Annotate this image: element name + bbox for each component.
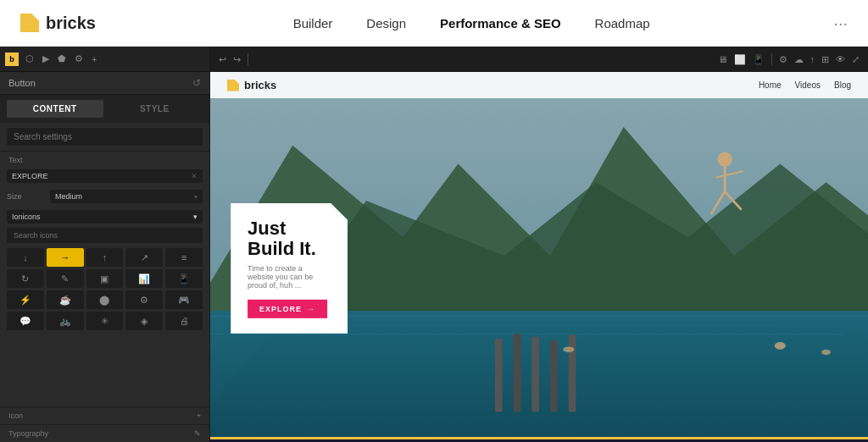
preview-upload-icon[interactable]: ↑ [810,54,815,64]
panel-title: Button [8,78,36,88]
site-logo-icon [227,80,239,91]
tab-style[interactable]: STYLE [107,100,203,118]
icon-cell-arrow-down[interactable]: ↓ [7,248,44,267]
hero-btn-arrow-icon: → [307,305,315,313]
icon-section: Ionicons ▾ ↓ → ↑ ↗ ≡ ↻ ✎ ▣ 📊 📱 ⚡ ☕ ⬤ ⚙ [0,207,209,334]
tab-content[interactable]: CONTENT [7,100,103,118]
editor-toolbar: b ⬡ ▶ ⬟ ⚙ + [0,47,209,72]
preview-desktop-icon[interactable]: 🖥 [718,54,727,64]
icon-cell-phone[interactable]: 📱 [165,269,203,288]
icon-lib-row: Ionicons ▾ [7,210,203,224]
editor-panel: b ⬡ ▶ ⬟ ⚙ + Button ↺ CONTENT STYLE Text [0,47,210,442]
nav-roadmap[interactable]: Roadmap [595,16,650,30]
preview-content: bricks Home Videos Blog Just Build It. T… [210,72,868,439]
icon-cell-cup[interactable]: ☕ [47,290,84,309]
toolbar-settings-icon[interactable]: ⚙ [73,52,85,66]
size-select[interactable]: Medium ▾ [50,190,203,203]
icon-cell-arrow-ne[interactable]: ↗ [125,248,163,267]
logo-icon [20,14,39,32]
site-nav-blog[interactable]: Blog [834,80,851,90]
text-section: Text EXPLORE ✕ Size Medium ▾ [0,151,209,207]
nav-design[interactable]: Design [366,16,406,30]
site-navigation: bricks Home Videos Blog [210,72,868,98]
nav-links: Builder Design Performance & SEO Roadmap [143,16,799,30]
preview-grid-icon[interactable]: ⊞ [821,54,829,65]
bottom-labels: Icon + Typography ✎ [0,406,209,442]
icon-cell-arrow-up[interactable]: ↑ [86,248,124,267]
icon-cell-edit[interactable]: ✎ [47,269,84,288]
preview-undo-icon[interactable]: ↩ [219,54,226,65]
main-area: b ⬡ ▶ ⬟ ⚙ + Button ↺ CONTENT STYLE Text [0,47,868,442]
icon-cell-gamepad[interactable]: 🎮 [165,290,203,309]
icon-cell-chat[interactable]: 💬 [7,312,44,330]
icon-cell-bike[interactable]: 🚲 [47,312,84,330]
site-nav-videos[interactable]: Videos [795,80,821,90]
preview-redo-icon[interactable]: ↪ [233,54,241,65]
preview-separator-2 [771,53,772,65]
size-label: Size [7,192,45,201]
hero-btn-label: EXPLORE [259,305,302,313]
toolbar-add-icon[interactable]: + [90,52,98,66]
hero-subtitle: Time to create a website you can be prou… [248,264,327,290]
toolbar-play-icon[interactable]: ▶ [41,52,51,66]
lib-arrow-icon: ▾ [193,213,198,221]
site-nav-links: Home Videos Blog [759,80,851,90]
icon-search[interactable] [7,228,203,243]
icon-cell-printer[interactable]: 🖨 [165,312,203,330]
toolbar-navigator-icon[interactable]: ⬡ [24,52,36,66]
typography-section-label: Typography [8,429,48,438]
site-logo-text: bricks [244,79,276,91]
hero-wrapper: Just Build It. Time to create a website … [210,97,868,439]
settings-search[interactable] [7,128,203,146]
icon-cell-chart[interactable]: 📊 [125,269,163,288]
icon-cell-menu[interactable]: ≡ [165,248,203,267]
site-logo: bricks [227,79,276,91]
icon-cell-game[interactable]: ◈ [125,312,163,330]
icon-add-icon[interactable]: + [197,412,201,420]
nav-builder[interactable]: Builder [293,16,333,30]
preview-toolbar: ↩ ↪ 🖥 ⬜ 📱 ⚙ ☁ ↑ ⊞ 👁 ⤢ [210,47,868,72]
hero-explore-button[interactable]: EXPLORE → [248,300,327,318]
preview-settings-icon[interactable]: ⚙ [779,54,787,65]
icon-cell-bolt[interactable]: ⚡ [7,290,44,309]
site-nav-home[interactable]: Home [759,80,782,90]
text-input[interactable]: EXPLORE ✕ [7,169,203,183]
preview-fullscreen-icon[interactable]: ⤢ [852,54,860,65]
text-clear-icon[interactable]: ✕ [191,172,198,180]
icon-cell-film[interactable]: ▣ [86,269,124,288]
text-value: EXPLORE [12,172,48,180]
icon-lib-select[interactable]: Ionicons ▾ [7,210,203,224]
icon-cell-gear[interactable]: ⚙ [125,290,163,309]
logo-text: bricks [46,14,96,33]
nav-performance-seo[interactable]: Performance & SEO [440,16,561,30]
icon-cell-bluetooth[interactable]: ✳ [86,312,124,330]
icon-grid: ↓ → ↑ ↗ ≡ ↻ ✎ ▣ 📊 📱 ⚡ ☕ ⬤ ⚙ 🎮 💬 🚲 ✳ ◈ 🖨 [7,248,203,330]
hero-content-box: Just Build It. Time to create a website … [231,203,348,334]
preview-separator-1 [248,53,248,65]
panel-tabs: CONTENT STYLE [0,95,209,123]
icon-cell-arrow-right[interactable]: → [47,248,84,267]
icon-section-label: Icon [8,412,23,420]
preview-tablet-icon[interactable]: ⬜ [734,54,746,65]
preview-eye-icon[interactable]: 👁 [836,54,845,64]
icon-label-row: Icon + [0,406,209,424]
panel-refresh-icon[interactable]: ↺ [192,77,201,89]
hero-title: Just Build It. [248,218,327,259]
icon-cell-refresh[interactable]: ↻ [7,269,44,288]
preview-area: ↩ ↪ 🖥 ⬜ 📱 ⚙ ☁ ↑ ⊞ 👁 ⤢ [210,47,868,442]
preview-toolbar-right: 🖥 ⬜ 📱 ⚙ ☁ ↑ ⊞ 👁 ⤢ [718,53,860,65]
preview-cloud-icon[interactable]: ☁ [794,54,804,65]
size-row: Size Medium ▾ [0,186,209,207]
typography-edit-icon[interactable]: ✎ [194,429,201,438]
panel-header: Button ↺ [0,72,209,95]
preview-mobile-icon[interactable]: 📱 [753,54,765,65]
logo: bricks [20,14,96,33]
nav-overflow-icon: ··· [833,14,848,33]
top-navigation: bricks Builder Design Performance & SEO … [0,0,868,47]
size-value: Medium [55,192,82,201]
size-arrow-icon: ▾ [194,193,198,201]
typography-label-row: Typography ✎ [0,424,209,442]
text-value-row: EXPLORE ✕ [0,166,209,186]
icon-cell-circle[interactable]: ⬤ [86,290,124,309]
toolbar-template-icon[interactable]: ⬟ [56,52,68,66]
